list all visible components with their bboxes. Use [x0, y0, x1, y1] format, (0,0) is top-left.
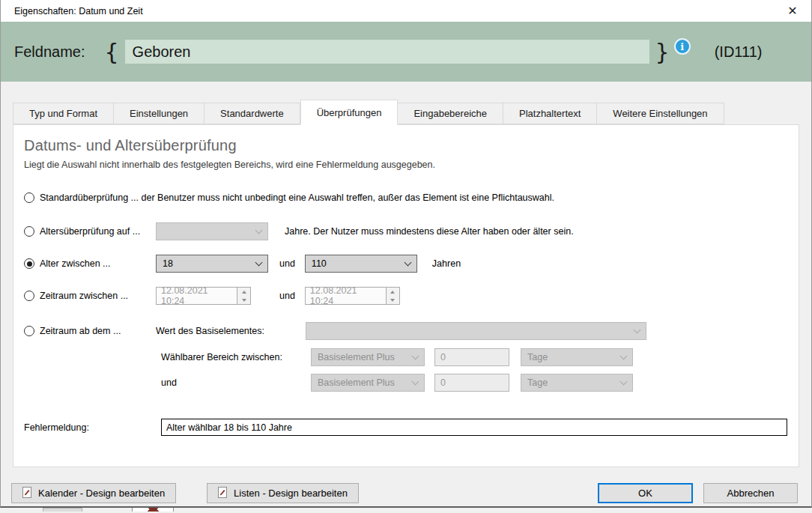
tab-einstellungen[interactable]: Einstellungen: [114, 103, 204, 124]
open-brace: {: [105, 39, 119, 65]
base-element-label: Wert des Basiselementes:: [156, 326, 306, 336]
tab-weitere-einstellungen[interactable]: Weitere Einstellungen: [597, 103, 724, 124]
age-between-und: und: [279, 258, 295, 269]
option-standard-row: Standardüberprüfung ... der Benutzer mus…: [24, 189, 799, 207]
error-message-row: Fehlermeldung:: [24, 419, 799, 436]
option-period-between-row: Zeitraum zwischen ... 12.08.2021 10:24 u…: [24, 287, 799, 305]
option-age-min-label[interactable]: Altersüberprüfung auf ...: [40, 226, 140, 237]
period-between-und: und: [279, 291, 295, 301]
error-message-input[interactable]: [161, 419, 787, 436]
period-to-datetime: 12.08.2021 10:24: [305, 287, 400, 305]
range-to-mode-value: Basiselement Plus: [318, 377, 395, 388]
range-to-unit-value: Tage: [527, 377, 548, 388]
option-age-between-label[interactable]: Alter zwischen ...: [40, 258, 110, 269]
age-to-dropdown[interactable]: 110: [305, 255, 417, 273]
edit-document-icon: [22, 487, 32, 500]
ok-button[interactable]: OK: [598, 483, 693, 503]
calendar-design-label: Kalender - Design bearbeiten: [38, 488, 165, 499]
option-age-min-row: Altersüberprüfung auf ... Jahre. Der Nut…: [24, 222, 799, 240]
radio-period-between[interactable]: [24, 291, 34, 301]
chevron-down-icon: [412, 352, 419, 359]
range-between-row: Wählbarer Bereich zwischen: Basiselement…: [161, 348, 799, 366]
range-und-row: und Basiselement Plus 0 Tage: [161, 374, 799, 392]
spinner-buttons: [386, 288, 399, 304]
period-to-value: 12.08.2021 10:24: [306, 288, 386, 304]
range-from-unit-dropdown: Tage: [521, 348, 633, 366]
age-to-value: 110: [312, 258, 327, 269]
chevron-down-icon: [255, 226, 263, 234]
base-element-dropdown: [306, 322, 646, 340]
tab-bar: Typ und Format Einstellungen Standardwer…: [1, 99, 811, 124]
chevron-down-icon: [620, 352, 628, 359]
close-icon[interactable]: ✕: [781, 2, 804, 20]
background-cell: [132, 508, 174, 512]
field-id: (ID111): [715, 43, 763, 61]
range-to-unit-dropdown: Tage: [521, 374, 633, 392]
period-from-datetime: 12.08.2021 10:24: [156, 287, 251, 305]
tab-platzhaltertext[interactable]: Platzhaltertext: [503, 103, 597, 124]
error-message-label: Fehlermeldung:: [24, 422, 161, 433]
range-from-number-field: 0: [434, 348, 509, 366]
range-und-label: und: [161, 377, 311, 388]
chevron-down-icon: [412, 377, 419, 385]
range-from-mode-value: Basiselement Plus: [318, 352, 395, 362]
footer-bar: Kalender - Design bearbeiten Listen - De…: [1, 483, 811, 503]
chevron-down-icon: [620, 377, 628, 385]
age-between-suffix: Jahren: [432, 258, 461, 269]
age-from-value: 18: [163, 258, 173, 269]
option-period-from-row: Zeitraum ab dem ... Wert des Basiselemen…: [24, 322, 799, 340]
radio-period-from[interactable]: [24, 326, 34, 336]
calendar-design-button[interactable]: Kalender - Design bearbeiten: [11, 483, 176, 503]
cancel-button[interactable]: Abbrechen: [703, 483, 798, 503]
spin-up-icon: [387, 288, 399, 296]
field-header: Feldname: { } i (ID111): [1, 22, 811, 82]
option-period-from-label[interactable]: Zeitraum ab dem ...: [40, 326, 121, 336]
chevron-down-icon: [255, 258, 263, 266]
tab-typ-und-format[interactable]: Typ und Format: [13, 103, 114, 124]
title-bar: Eigenschaften: Datum und Zeit ✕: [1, 0, 811, 22]
tab-standardwerte[interactable]: Standardwerte: [204, 103, 300, 124]
range-between-label: Wählbarer Bereich zwischen:: [161, 352, 311, 362]
fieldname-label: Feldname:: [14, 43, 85, 61]
window-title: Eigenschaften: Datum und Zeit: [14, 6, 143, 16]
background-element: [43, 508, 82, 512]
spinner-buttons: [237, 288, 250, 304]
option-age-between-row: Alter zwischen ... 18 und 110 Jahren: [24, 255, 799, 273]
close-brace: }: [655, 39, 670, 65]
validation-panel: Datums- und Altersüberprüfung Liegt die …: [13, 124, 799, 467]
range-to-mode-dropdown: Basiselement Plus: [311, 374, 425, 392]
edit-document-icon: [218, 487, 228, 500]
option-period-between-label[interactable]: Zeitraum zwischen ...: [40, 291, 128, 301]
radio-age-between[interactable]: [24, 258, 34, 269]
range-to-number-field: 0: [434, 374, 509, 392]
option-standard-label[interactable]: Standardüberprüfung ... der Benutzer mus…: [40, 192, 554, 203]
range-from-unit-value: Tage: [527, 352, 548, 362]
age-min-suffix: Jahre. Der Nutzer muss mindestens diese …: [285, 226, 574, 237]
background-window-sliver: [0, 508, 812, 512]
info-icon[interactable]: i: [674, 38, 691, 55]
fieldname-input[interactable]: [125, 40, 649, 64]
tab-eingabebereiche[interactable]: Eingabebereiche: [398, 103, 503, 124]
tab-ueberpruefungen[interactable]: Überprüfungen: [300, 100, 399, 125]
age-min-dropdown: [156, 222, 268, 240]
chevron-down-icon: [404, 258, 411, 266]
chevron-down-icon: [634, 326, 641, 333]
radio-age-min[interactable]: [24, 226, 34, 237]
panel-description: Liegt die Auswahl nicht innerhalb des fe…: [24, 160, 799, 170]
spin-down-icon: [387, 296, 399, 304]
lists-design-button[interactable]: Listen - Design bearbeiten: [207, 483, 359, 503]
spin-up-icon: [237, 288, 250, 296]
age-from-dropdown[interactable]: 18: [156, 255, 268, 273]
panel-heading: Datums- und Altersüberprüfung: [24, 137, 799, 154]
lists-design-label: Listen - Design bearbeiten: [234, 488, 348, 499]
properties-dialog: Eigenschaften: Datum und Zeit ✕ Feldname…: [0, 0, 812, 508]
red-x-icon: [139, 508, 167, 512]
range-from-mode-dropdown: Basiselement Plus: [311, 348, 425, 366]
radio-standard[interactable]: [24, 192, 34, 203]
period-from-value: 12.08.2021 10:24: [157, 288, 237, 304]
spin-down-icon: [237, 296, 250, 304]
